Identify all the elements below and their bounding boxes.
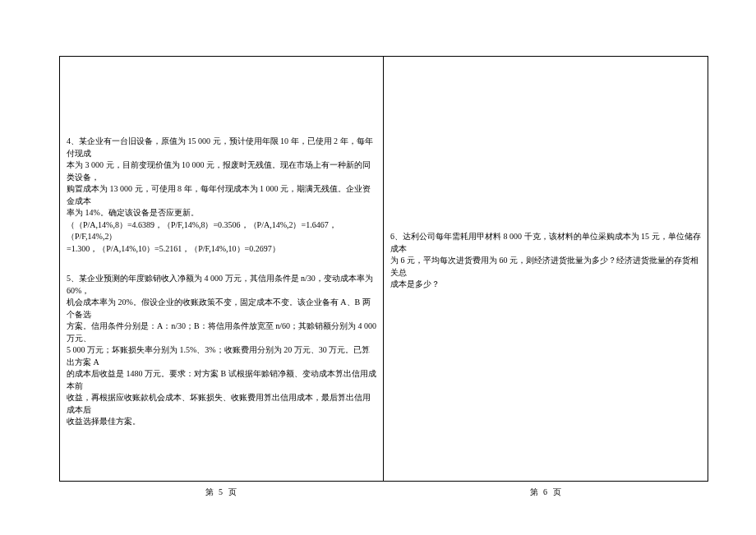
q4-line: 本为 3 000 元，目前变现价值为 10 000 元，报废时无残值。现在市场上…	[67, 159, 376, 183]
q5-line: 机会成本率为 20%。假设企业的收账政策不变，固定成本不变。该企业备有 A、B …	[67, 297, 376, 321]
question-6: 6、达利公司每年需耗用甲材料 8 000 千克，该材料的单位采购成本为 15 元…	[390, 231, 701, 291]
q6-line: 6、达利公司每年需耗用甲材料 8 000 千克，该材料的单位采购成本为 15 元…	[390, 231, 701, 255]
q5-line: 5 000 万元；坏账损失率分别为 1.5%、3%；收账费用分别为 20 万元、…	[67, 344, 376, 368]
page-number-right: 第 6 页	[384, 487, 708, 498]
question-5: 5、某企业预测的年度赊销收入净额为 4 000 万元，其信用条件是 n/30，变…	[67, 273, 376, 428]
question-4: 4、某企业有一台旧设备，原值为 15 000 元，预计使用年限 10 年，已使用…	[67, 136, 376, 255]
page-frame: 4、某企业有一台旧设备，原值为 15 000 元，预计使用年限 10 年，已使用…	[59, 56, 708, 482]
q6-line: 成本是多少？	[390, 279, 701, 291]
q4-line: 购置成本为 13 000 元，可使用 8 年，每年付现成本为 1 000 元，期…	[67, 183, 376, 207]
q5-line: 的成本后收益是 1480 万元。要求：对方案 B 试根据年赊销净额、变动成本算出…	[67, 368, 376, 392]
q5-line: 5、某企业预测的年度赊销收入净额为 4 000 万元，其信用条件是 n/30，变…	[67, 273, 376, 297]
q4-line: 率为 14%。确定该设备是否应更新。	[67, 207, 376, 219]
q5-line: 方案。信用条件分别是：A：n/30；B：将信用条件放宽至 n/60；其赊销额分别…	[67, 321, 376, 344]
q4-line: 4、某企业有一台旧设备，原值为 15 000 元，预计使用年限 10 年，已使用…	[67, 136, 376, 159]
q5-line: 收益，再根据应收账款机会成本、坏账损失、收账费用算出信用成本，最后算出信用成本后	[67, 392, 376, 416]
q4-line: （（P/A,14%,8）=4.6389，（P/F,14%,8）=0.3506，（…	[67, 219, 376, 243]
left-column: 4、某企业有一台旧设备，原值为 15 000 元，预计使用年限 10 年，已使用…	[60, 57, 384, 481]
q6-line: 为 6 元，平均每次进货费用为 60 元，则经济进货批量为多少？经济进货批量的存…	[390, 255, 701, 279]
q4-line: =1.300，（P/A,14%,10）=5.2161，（P/F,14%,10）=…	[67, 243, 376, 256]
page-number-left: 第 5 页	[59, 487, 384, 498]
q5-line: 收益选择最佳方案。	[67, 416, 376, 428]
right-column: 6、达利公司每年需耗用甲材料 8 000 千克，该材料的单位采购成本为 15 元…	[384, 57, 708, 481]
